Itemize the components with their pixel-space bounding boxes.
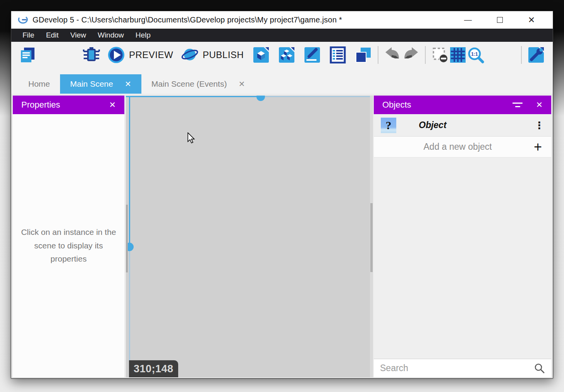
right-scrollbar-thumb[interactable] [370,203,373,272]
canvas-horizontal-scrollbar[interactable] [126,96,373,97]
publish-globe-icon[interactable] [181,46,199,64]
menu-help[interactable]: Help [130,29,156,42]
menu-edit[interactable]: Edit [40,29,65,42]
zoom-ratio-label: 1:1 [471,51,478,57]
toggle-mask-icon[interactable] [431,46,449,64]
menu-view[interactable]: View [64,29,92,42]
mouse-cursor-icon [187,132,197,144]
editor-content: Properties ✕ Click on an instance in the… [11,94,553,378]
more-options-icon[interactable]: ⋮ [534,120,544,130]
objects-panel-header: Objects ✕ [374,96,551,114]
search-icon[interactable] [534,363,545,374]
toggle-grid-icon[interactable] [449,46,467,64]
toolbar: PREVIEW PUBLISH [11,42,553,68]
menu-bar: File Edit View Window Help [11,29,553,42]
gdevelop-window: GDevelop 5 - C:\Users\charburg\Documents… [11,11,553,378]
scene-canvas[interactable]: 310;148 [126,96,373,377]
object-question-icon: ? [381,118,396,133]
edit-scene-icon[interactable] [252,46,270,64]
open-layers-icon[interactable] [354,46,372,64]
project-manager-icon[interactable] [19,46,37,64]
undo-icon[interactable] [384,46,402,64]
maximize-icon [497,17,503,23]
publish-label[interactable]: PUBLISH [203,50,244,60]
preview-label[interactable]: PREVIEW [129,50,173,60]
debug-icon[interactable] [83,46,100,64]
close-icon[interactable]: ✕ [109,100,116,110]
edit-objects-icon[interactable] [278,46,296,64]
objects-panel-title: Objects [382,100,411,110]
window-title: GDevelop 5 - C:\Users\charburg\Documents… [33,15,342,24]
objects-panel: Objects ✕ ? Object ⋮ Add a new object + [374,96,551,377]
tab-main-scene-events[interactable]: Main Scene (Events) ✕ [141,74,255,94]
search-input[interactable] [380,363,534,373]
redo-icon[interactable] [402,46,420,64]
menu-file[interactable]: File [17,29,40,42]
horizontal-scroll-handle[interactable] [256,96,265,101]
object-list-empty-area[interactable] [374,157,551,359]
add-object-label: Add a new object [382,142,534,152]
maximize-button[interactable] [494,14,506,26]
minimize-button[interactable]: — [462,14,474,26]
object-name: Object [419,120,447,130]
toolbar-separator [378,46,378,64]
zoom-original-icon[interactable]: 1:1 [467,46,485,64]
properties-empty-message: Click on an instance in the scene to dis… [20,226,117,266]
menu-window[interactable]: Window [92,29,130,42]
tab-close-icon[interactable]: ✕ [125,79,131,89]
cursor-coordinates-badge: 310;148 [129,360,178,377]
edit-scene-properties-icon[interactable] [303,46,321,64]
open-settings-icon[interactable] [527,46,545,64]
tab-label: Main Scene [70,79,113,89]
toolbar-separator [521,46,522,64]
properties-panel-title: Properties [21,100,60,110]
properties-panel-body: Click on an instance in the scene to dis… [13,114,124,377]
toolbar-separator [425,46,426,64]
object-search-bar [374,359,551,377]
close-icon[interactable]: ✕ [536,100,543,110]
properties-panel-header: Properties ✕ [13,96,124,114]
canvas-vertical-scrollbar[interactable] [129,96,130,377]
open-events-icon[interactable] [329,46,347,64]
plus-icon[interactable]: + [534,140,542,154]
properties-panel: Properties ✕ Click on an instance in the… [13,96,124,377]
left-scrollbar-thumb[interactable] [126,205,128,272]
add-object-row[interactable]: Add a new object + [374,137,551,157]
play-preview-icon[interactable] [107,46,125,64]
tab-close-icon[interactable]: ✕ [239,79,245,89]
tab-label: Main Scene (Events) [151,79,227,89]
close-button[interactable]: ✕ [526,14,537,26]
gdevelop-logo-icon [17,15,28,25]
title-bar: GDevelop 5 - C:\Users\charburg\Documents… [11,11,553,29]
tab-bar: Home Main Scene ✕ Main Scene (Events) ✕ [11,68,553,94]
object-list-item[interactable]: ? Object ⋮ [374,114,551,137]
tab-main-scene[interactable]: Main Scene ✕ [60,74,141,94]
tab-label: Home [28,79,50,89]
filter-icon[interactable] [512,103,523,107]
tab-home[interactable]: Home [18,74,60,94]
